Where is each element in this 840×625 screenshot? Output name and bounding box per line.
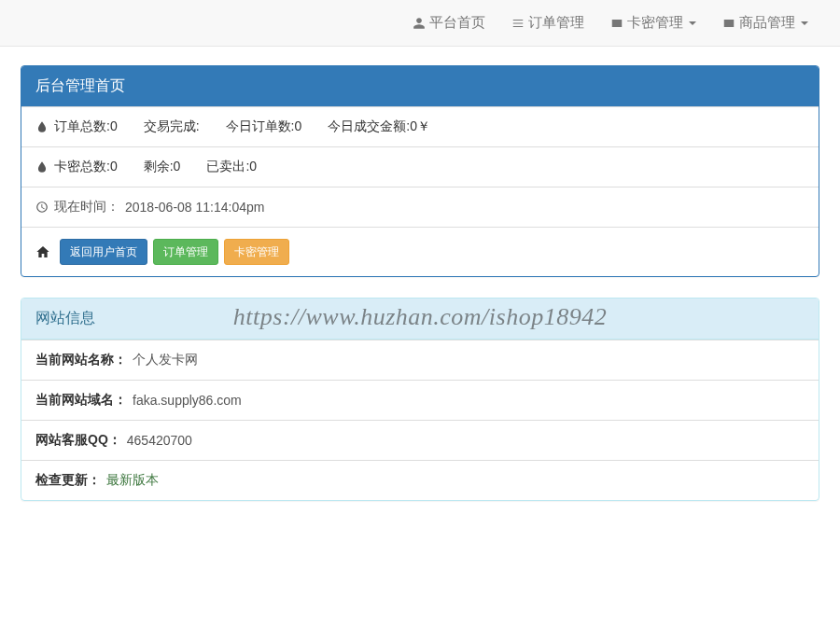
stats-row-2: 卡密总数:0 剩余:0 已卖出:0 — [21, 146, 819, 187]
total-orders-label: 订单总数: — [54, 118, 110, 135]
clock-icon — [35, 201, 49, 214]
time-label: 现在时间： — [54, 199, 119, 215]
siteinfo-title: 网站信息 — [35, 310, 95, 326]
order-mgmt-button[interactable]: 订单管理 — [153, 239, 218, 265]
user-icon — [413, 17, 426, 30]
total-cards-label: 卡密总数: — [54, 159, 110, 175]
chevron-down-icon — [801, 21, 808, 25]
remaining-value: 0 — [174, 159, 181, 174]
site-name-value: 个人发卡网 — [133, 352, 198, 368]
nav-item-goods[interactable]: 商品管理 — [709, 0, 821, 46]
sold-label: 已卖出: — [206, 159, 249, 175]
card-mgmt-button[interactable]: 卡密管理 — [224, 239, 289, 265]
list-icon — [511, 17, 525, 30]
tint-icon — [35, 160, 49, 174]
siteinfo-update-row: 检查更新： 最新版本 — [21, 460, 819, 500]
siteinfo-panel-heading: 网站信息 — [21, 299, 819, 340]
dashboard-panel-heading: 后台管理首页 — [21, 66, 819, 106]
time-row: 现在时间： 2018-06-08 11:14:04pm — [21, 187, 819, 227]
site-domain-label: 当前网站域名： — [35, 392, 127, 409]
site-qq-value: 465420700 — [127, 433, 192, 448]
siteinfo-domain-row: 当前网站域名： faka.supply86.com — [21, 380, 819, 420]
stats-row-1: 订单总数:0 交易完成: 今日订单数:0 今日成交金额:0￥ — [21, 106, 819, 146]
today-amount-label: 今日成交金额: — [328, 118, 410, 135]
total-orders-value: 0 — [110, 118, 118, 133]
dashboard-title: 后台管理首页 — [35, 77, 125, 93]
card-icon — [610, 17, 623, 30]
remaining-label: 剩余: — [144, 159, 174, 175]
goods-icon — [722, 17, 735, 30]
nav-label-cards: 卡密管理 — [627, 14, 683, 32]
nav-label-home: 平台首页 — [429, 14, 485, 32]
sold-value: 0 — [249, 159, 257, 174]
nav-label-goods: 商品管理 — [739, 14, 795, 32]
siteinfo-panel: 网站信息 当前网站名称： 个人发卡网 当前网站域名： faka.supply86… — [21, 298, 819, 501]
siteinfo-qq-row: 网站客服QQ： 465420700 — [21, 420, 819, 460]
site-domain-value: faka.supply86.com — [133, 393, 242, 408]
nav-item-orders[interactable]: 订单管理 — [498, 0, 597, 46]
completed-label: 交易完成: — [144, 118, 200, 135]
total-cards-value: 0 — [110, 159, 118, 174]
chevron-down-icon — [689, 21, 696, 25]
nav-item-cards[interactable]: 卡密管理 — [597, 0, 709, 46]
dashboard-panel: 后台管理首页 订单总数:0 交易完成: 今日订单数:0 今日成交金额:0￥ 卡密… — [21, 65, 819, 277]
back-home-button[interactable]: 返回用户首页 — [60, 239, 147, 265]
nav-items: 平台首页 订单管理 卡密管理 商品管理 — [399, 0, 821, 46]
tint-icon — [35, 120, 49, 133]
buttons-row: 返回用户首页 订单管理 卡密管理 — [21, 227, 819, 276]
nav-item-home[interactable]: 平台首页 — [399, 0, 498, 46]
site-qq-label: 网站客服QQ： — [35, 432, 121, 449]
site-update-link[interactable]: 最新版本 — [106, 472, 159, 489]
top-navbar: 平台首页 订单管理 卡密管理 商品管理 — [0, 0, 840, 47]
today-orders-label: 今日订单数: — [226, 118, 295, 135]
site-update-label: 检查更新： — [35, 472, 101, 489]
home-icon — [35, 244, 50, 259]
today-amount-value: 0￥ — [410, 118, 430, 135]
siteinfo-name-row: 当前网站名称： 个人发卡网 — [21, 340, 819, 380]
site-name-label: 当前网站名称： — [35, 352, 127, 368]
today-orders-value: 0 — [294, 118, 301, 133]
nav-label-orders: 订单管理 — [528, 14, 584, 32]
time-value: 2018-06-08 11:14:04pm — [125, 200, 264, 215]
main-container: 后台管理首页 订单总数:0 交易完成: 今日订单数:0 今日成交金额:0￥ 卡密… — [0, 47, 840, 540]
